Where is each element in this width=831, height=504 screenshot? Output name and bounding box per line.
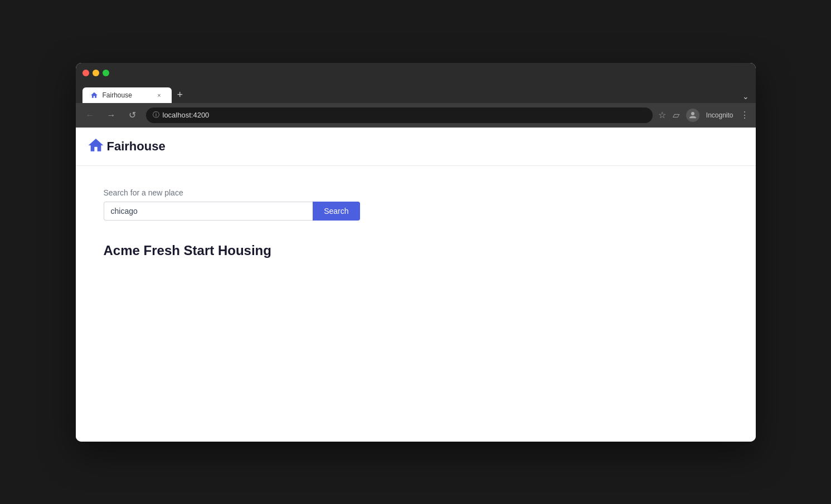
info-icon: ⓘ [153,110,159,120]
address-bar-right: ☆ ▱ Incognito ⋮ [658,109,749,122]
tab-close-button[interactable]: × [155,91,164,100]
minimize-window-button[interactable] [93,70,99,76]
tab-bar-right: ⌄ [742,92,749,103]
active-tab[interactable]: Fairhouse × [82,87,172,103]
tab-chevron-icon[interactable]: ⌄ [742,92,749,101]
address-field[interactable]: ⓘ localhost:4200 [146,107,653,123]
tab-favicon-icon [90,91,98,99]
address-text: localhost:4200 [163,111,210,119]
tab-bar: Fairhouse × + ⌄ [76,83,756,103]
sidebar-icon[interactable]: ▱ [673,110,679,120]
reload-button[interactable]: ↺ [125,107,140,123]
browser-window: Fairhouse × + ⌄ ← → ↺ ⓘ localhost:4200 ☆… [76,63,756,442]
logo-icon [87,136,105,156]
menu-icon[interactable]: ⋮ [740,110,749,120]
forward-button[interactable]: → [104,107,119,123]
main-content: Search for a new place Search Acme Fresh… [76,166,756,281]
address-bar: ← → ↺ ⓘ localhost:4200 ☆ ▱ Incognito ⋮ [76,103,756,128]
maximize-window-button[interactable] [103,70,109,76]
back-button[interactable]: ← [82,107,98,123]
new-tab-button[interactable]: + [172,89,189,103]
search-row: Search [104,202,360,221]
result-heading: Acme Fresh Start Housing [104,243,728,258]
search-button[interactable]: Search [313,202,359,221]
title-bar [76,63,756,83]
search-label: Search for a new place [104,188,728,197]
profile-avatar[interactable] [686,109,699,122]
logo-text: Fairhouse [107,139,166,154]
search-input[interactable] [104,202,313,221]
app-logo: Fairhouse [87,136,166,156]
bookmark-icon[interactable]: ☆ [658,110,666,120]
svg-point-0 [691,112,694,115]
tab-title: Fairhouse [103,91,132,99]
close-window-button[interactable] [82,70,89,76]
traffic-lights [82,70,109,76]
app-header: Fairhouse [76,128,756,166]
incognito-label: Incognito [706,111,733,119]
page-content: Fairhouse Search for a new place Search … [76,128,756,442]
